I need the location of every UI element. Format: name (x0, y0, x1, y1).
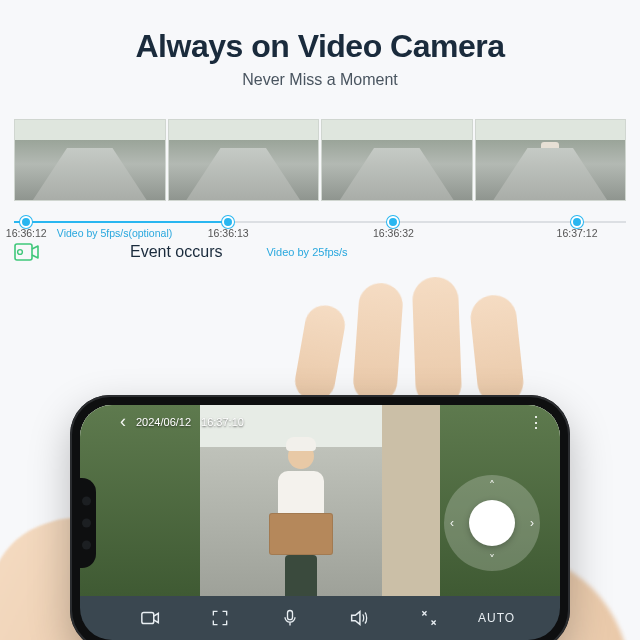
phone-mockup: ‹ 2024/06/12 16:37:10 ⋮ ˄ ˅ ‹ › (70, 395, 570, 640)
svg-rect-2 (142, 613, 154, 624)
chevron-down-icon: ˅ (489, 553, 495, 567)
page-subtitle: Never Miss a Moment (0, 71, 640, 89)
overlay-top: ‹ 2024/06/12 16:37:10 (120, 411, 244, 432)
record-button[interactable] (131, 598, 171, 638)
timeline-label: 16:36:13 (208, 227, 249, 239)
fullscreen-button[interactable] (200, 598, 240, 638)
filmstrip (14, 119, 626, 201)
phone-screen: ‹ 2024/06/12 16:37:10 ⋮ ˄ ˅ ‹ › (80, 405, 560, 640)
high-fps-note: Video by 25fps/s (266, 246, 347, 258)
event-label: Event occurs (130, 243, 222, 261)
filmstrip-frame (168, 119, 320, 201)
phone-notch (74, 478, 96, 568)
joystick-thumb[interactable] (469, 500, 515, 546)
camera-icon (14, 243, 40, 261)
microphone-button[interactable] (270, 598, 310, 638)
svg-rect-3 (287, 611, 292, 620)
ptz-joystick[interactable]: ˄ ˅ ‹ › (444, 475, 540, 571)
timeline-progress (14, 221, 228, 223)
control-bar: AUTO (80, 596, 560, 640)
collapse-button[interactable] (409, 598, 449, 638)
filmstrip-frame (14, 119, 166, 201)
speaker-button[interactable] (339, 598, 379, 638)
back-icon[interactable]: ‹ (120, 411, 126, 432)
overlay-time: 16:37:10 (201, 416, 244, 428)
menu-icon[interactable]: ⋮ (528, 413, 544, 432)
timeline-label: 16:36:12 (6, 227, 47, 239)
low-fps-note: Video by 5fps/s(optional) (57, 227, 172, 239)
person-illustration (266, 443, 336, 603)
overlay-date: 2024/06/12 (136, 416, 191, 428)
svg-point-1 (18, 250, 23, 255)
timeline-label: 16:37:12 (557, 227, 598, 239)
chevron-up-icon: ˄ (489, 479, 495, 493)
chevron-left-icon: ‹ (450, 516, 454, 530)
chevron-right-icon: › (530, 516, 534, 530)
filmstrip-frame (475, 119, 627, 201)
timeline-label: 16:36:32 (373, 227, 414, 239)
page-title: Always on Video Camera (0, 28, 640, 65)
phone-frame: ‹ 2024/06/12 16:37:10 ⋮ ˄ ˅ ‹ › (70, 395, 570, 640)
filmstrip-frame (321, 119, 473, 201)
event-row: Event occurs Video by 25fps/s (14, 243, 626, 261)
mode-button[interactable]: AUTO (478, 611, 515, 625)
timeline: 16:36:12 Video by 5fps/s(optional) 16:36… (14, 205, 626, 241)
marketing-header: Always on Video Camera Never Miss a Mome… (0, 0, 640, 89)
